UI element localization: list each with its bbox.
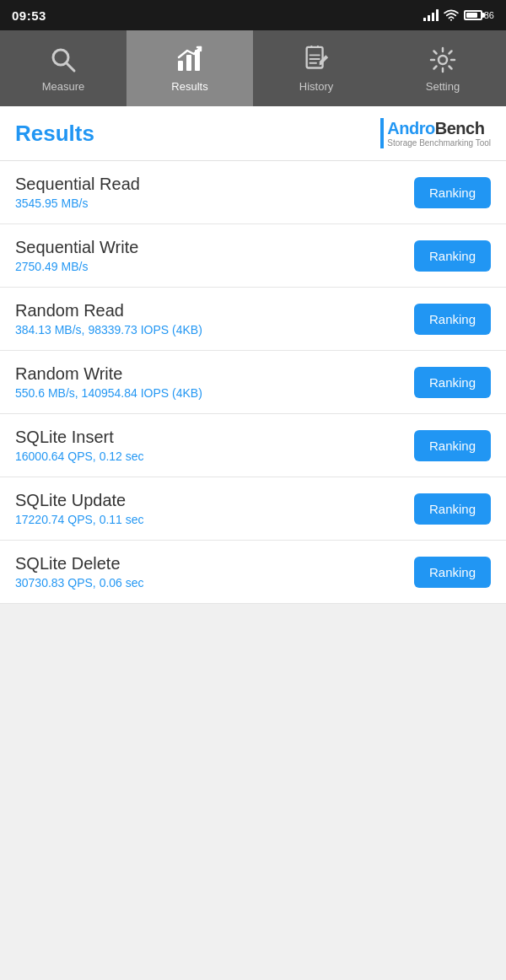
brand-tagline: Storage Benchmarking Tool	[387, 138, 491, 148]
result-value: 3545.95 MB/s	[15, 197, 414, 210]
brand-text-container: AndroBench Storage Benchmarking Tool	[387, 119, 491, 148]
svg-rect-8	[186, 55, 191, 71]
brand-logo: AndroBench Storage Benchmarking Tool	[380, 118, 491, 148]
tab-results-label: Results	[171, 80, 207, 93]
page-title: Results	[15, 121, 94, 147]
brand-name: AndroBench	[387, 119, 491, 138]
result-info: SQLite Insert 16000.64 QPS, 0.12 sec	[15, 428, 414, 463]
wifi-icon	[444, 9, 459, 21]
brand-bar	[380, 118, 384, 148]
result-item: Random Write 550.6 MB/s, 140954.84 IOPS …	[0, 351, 506, 414]
result-info: Random Write 550.6 MB/s, 140954.84 IOPS …	[15, 364, 414, 400]
svg-point-4	[450, 19, 452, 21]
result-value: 550.6 MB/s, 140954.84 IOPS (4KB)	[15, 386, 414, 400]
result-item: SQLite Update 17220.74 QPS, 0.11 sec Ran…	[0, 477, 506, 541]
ranking-button-2[interactable]: Ranking	[414, 304, 491, 335]
tab-results[interactable]: Results	[126, 30, 253, 106]
signal-icon	[423, 9, 439, 21]
result-item: SQLite Delete 30730.83 QPS, 0.06 sec Ran…	[0, 541, 506, 604]
result-value: 16000.64 QPS, 0.12 sec	[15, 450, 414, 463]
result-info: Random Read 384.13 MB/s, 98339.73 IOPS (…	[15, 301, 414, 337]
result-value: 17220.74 QPS, 0.11 sec	[15, 513, 414, 526]
result-name: SQLite Insert	[15, 428, 414, 447]
result-item: SQLite Insert 16000.64 QPS, 0.12 sec Ran…	[0, 414, 506, 477]
svg-point-14	[439, 56, 447, 64]
result-name: SQLite Delete	[15, 554, 414, 573]
tab-setting[interactable]: Setting	[380, 30, 506, 106]
tab-history[interactable]: History	[253, 30, 380, 106]
search-icon	[48, 45, 78, 75]
status-icons: 86	[423, 9, 494, 21]
result-value: 384.13 MB/s, 98339.73 IOPS (4KB)	[15, 323, 414, 337]
battery-percent: 86	[484, 10, 494, 20]
document-icon	[301, 45, 331, 75]
result-item: Sequential Write 2750.49 MB/s Ranking	[0, 224, 506, 288]
svg-rect-0	[423, 18, 426, 21]
ranking-button-5[interactable]: Ranking	[414, 493, 491, 525]
ranking-button-3[interactable]: Ranking	[414, 367, 491, 398]
result-name: Random Read	[15, 301, 414, 320]
result-info: SQLite Delete 30730.83 QPS, 0.06 sec	[15, 554, 414, 590]
status-bar: 09:53 86	[0, 0, 506, 30]
result-item: Random Read 384.13 MB/s, 98339.73 IOPS (…	[0, 288, 506, 351]
tab-measure[interactable]: Measure	[0, 30, 126, 106]
svg-rect-3	[436, 9, 439, 21]
page-header: Results AndroBench Storage Benchmarking …	[0, 106, 506, 161]
result-name: Sequential Read	[15, 175, 414, 194]
ranking-button-0[interactable]: Ranking	[414, 177, 491, 208]
result-value: 30730.83 QPS, 0.06 sec	[15, 576, 414, 590]
battery-icon: 86	[464, 10, 494, 20]
gear-icon	[428, 45, 458, 75]
result-name: Random Write	[15, 364, 414, 384]
result-info: Sequential Read 3545.95 MB/s	[15, 175, 414, 210]
svg-rect-2	[432, 13, 434, 21]
svg-rect-7	[178, 61, 183, 71]
tab-measure-label: Measure	[42, 80, 85, 93]
chart-icon	[175, 45, 205, 75]
svg-rect-1	[428, 15, 430, 21]
tab-history-label: History	[299, 80, 333, 93]
result-item: Sequential Read 3545.95 MB/s Ranking	[0, 161, 506, 224]
result-info: Sequential Write 2750.49 MB/s	[15, 238, 414, 273]
ranking-button-6[interactable]: Ranking	[414, 557, 491, 588]
result-name: Sequential Write	[15, 238, 414, 257]
tab-setting-label: Setting	[426, 80, 460, 93]
ranking-button-4[interactable]: Ranking	[414, 430, 491, 461]
result-name: SQLite Update	[15, 491, 414, 510]
ranking-button-1[interactable]: Ranking	[414, 240, 491, 272]
result-value: 2750.49 MB/s	[15, 260, 414, 273]
svg-line-6	[67, 63, 74, 71]
result-info: SQLite Update 17220.74 QPS, 0.11 sec	[15, 491, 414, 526]
results-list: Sequential Read 3545.95 MB/s Ranking Seq…	[0, 161, 506, 604]
nav-tabs: Measure Results	[0, 30, 506, 106]
status-time: 09:53	[12, 8, 46, 23]
